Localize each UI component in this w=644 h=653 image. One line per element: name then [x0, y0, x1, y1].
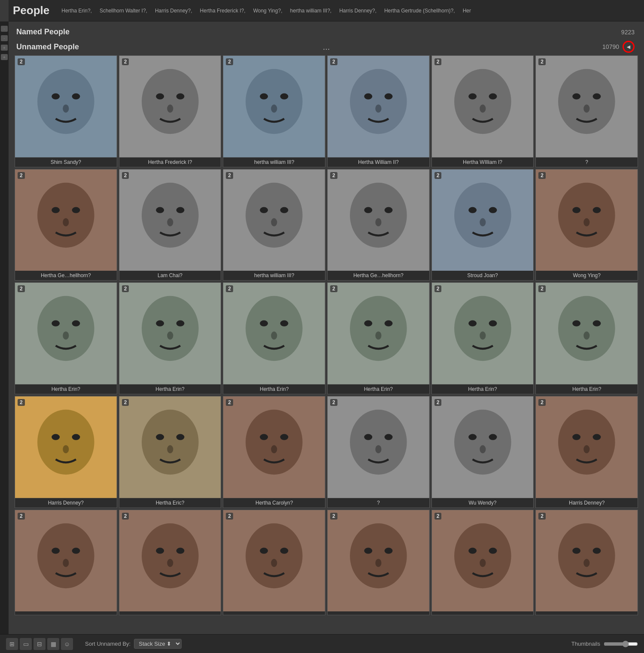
tab-item-2[interactable]: Harris Denney?,	[152, 8, 196, 14]
face-card-r4c4[interactable]: 2?	[327, 396, 430, 508]
sidebar-btn-plus[interactable]: +	[1, 45, 8, 51]
face-card-r5c3[interactable]: 2	[223, 510, 325, 616]
face-card-r4c2[interactable]: 2Hertha Eric?	[119, 396, 222, 508]
face-card-r5c2[interactable]: 2	[119, 510, 222, 616]
face-label-r1c1: Shim Sandy?	[15, 157, 117, 167]
face-card-r4c3[interactable]: 2Hertha Carolyn?	[223, 396, 325, 508]
filmstrip-view-icon[interactable]: ▭	[20, 638, 32, 650]
svg-point-49	[375, 218, 381, 226]
svg-point-67	[156, 320, 164, 326]
stack-badge-r5c4: 2	[330, 513, 337, 520]
tab-item-1[interactable]: Schellhorn Walter I?,	[96, 8, 151, 14]
svg-point-1	[37, 69, 94, 134]
face-card-r1c5[interactable]: 2Hertha WIlliam I?	[431, 55, 534, 167]
svg-point-124	[63, 559, 69, 567]
face-card-r2c1[interactable]: 2Hertha Ge…hellhorn?	[15, 169, 117, 281]
face-card-r5c5[interactable]: 2	[431, 510, 534, 616]
face-svg-r2c6	[536, 169, 638, 271]
face-label-r4c6: Harris Denney?	[536, 498, 638, 508]
face-card-r4c5[interactable]: 2Wu Wendy?	[431, 396, 534, 508]
stack-badge-r3c4: 2	[330, 285, 337, 292]
face-card-r3c4[interactable]: 2Hertha Erin?	[327, 282, 430, 394]
survey-view-icon[interactable]: ▦	[47, 638, 59, 650]
svg-point-119	[584, 445, 590, 453]
face-card-r5c4[interactable]: 2	[327, 510, 430, 616]
top-bar-tabs: Hertha Erin?,Schellhorn Walter I?,Harris…	[58, 8, 644, 14]
face-card-r1c1[interactable]: 2Shim Sandy?	[15, 55, 117, 167]
face-card-r3c5[interactable]: 2Hertha Erin?	[431, 282, 534, 394]
face-card-r3c6[interactable]: 2Hertha Erin?	[535, 282, 638, 394]
svg-point-78	[385, 320, 393, 326]
svg-point-116	[558, 410, 615, 475]
face-image-r1c3: 2	[223, 56, 325, 157]
svg-point-104	[271, 445, 277, 453]
svg-point-36	[142, 182, 199, 247]
svg-point-74	[271, 332, 277, 340]
face-card-r3c2[interactable]: 2Hertha Erin?	[119, 282, 222, 394]
face-svg-r1c2	[119, 56, 221, 157]
face-svg-r2c2	[119, 169, 221, 271]
tab-item-7[interactable]: Hertha Gertrude (Schellhorn)?,	[381, 8, 459, 14]
svg-point-4	[63, 105, 69, 113]
face-image-r4c1: 2	[15, 396, 117, 498]
face-image-r3c2: 2	[119, 283, 221, 384]
face-label-r1c3: hertha william III?	[223, 157, 325, 167]
face-card-r1c2[interactable]: 2Hertha Frederick I?	[119, 55, 222, 167]
face-card-r3c1[interactable]: 2Hertha Erin?	[15, 282, 117, 394]
compare-view-icon[interactable]: ⊟	[33, 638, 46, 650]
sidebar-btn-plus2[interactable]: +	[1, 54, 8, 60]
svg-point-118	[593, 434, 601, 440]
face-card-r1c6[interactable]: 2?	[535, 55, 638, 167]
sidebar-btn-1[interactable]: ·	[1, 35, 8, 41]
face-card-r1c4[interactable]: 2Hertha William II?	[327, 55, 430, 167]
face-label-r5c4	[328, 611, 429, 615]
thumbnail-size-slider[interactable]	[604, 641, 638, 647]
stack-badge-r2c4: 2	[330, 172, 337, 179]
face-card-r4c6[interactable]: 2Harris Denney?	[535, 396, 638, 508]
tab-item-5[interactable]: hertha william III?,	[286, 8, 335, 14]
svg-point-86	[558, 296, 615, 361]
face-svg-r3c3	[223, 283, 325, 384]
tab-item-8[interactable]: Her	[459, 8, 474, 14]
face-image-r5c6: 2	[536, 510, 638, 612]
people-view-icon[interactable]: ☺	[61, 638, 73, 650]
svg-point-106	[350, 410, 407, 475]
tab-item-4[interactable]: Wong Ying?,	[250, 8, 286, 14]
svg-point-9	[167, 105, 173, 113]
face-card-r2c2[interactable]: 2Lam Chai?	[119, 169, 222, 281]
face-card-r1c3[interactable]: 2hertha william III?	[223, 55, 325, 167]
face-card-r4c1[interactable]: 2Harris Denney?	[15, 396, 117, 508]
face-card-r5c6[interactable]: 2	[535, 510, 638, 616]
face-card-r5c1[interactable]: 2	[15, 510, 117, 616]
tab-item-6[interactable]: Harris Denney?,	[336, 8, 380, 14]
face-label-r4c1: Harris Denney?	[15, 498, 117, 508]
svg-point-61	[37, 296, 94, 361]
face-label-r5c5	[432, 611, 534, 615]
svg-point-58	[593, 207, 601, 213]
unnamed-count-number: 10790	[602, 43, 619, 50]
svg-point-137	[364, 547, 372, 553]
face-card-r2c5[interactable]: 2Stroud Joan?	[431, 169, 534, 281]
svg-point-136	[350, 523, 407, 588]
face-card-r2c3[interactable]: 2hertha william III?	[223, 169, 325, 281]
tab-item-0[interactable]: Hertha Erin?,	[58, 8, 95, 14]
sidebar-btn-0[interactable]: ·	[1, 26, 8, 32]
svg-point-87	[573, 320, 581, 326]
svg-point-54	[480, 218, 486, 226]
face-card-r3c3[interactable]: 2Hertha Erin?	[223, 282, 325, 394]
face-label-r2c6: Wong Ying?	[536, 271, 638, 280]
face-card-r2c4[interactable]: 2Hertha Ge…hellhorn?	[327, 169, 430, 281]
face-label-r1c2: Hertha Frederick I?	[119, 157, 221, 167]
face-svg-r4c6	[536, 396, 638, 498]
grid-view-icon[interactable]: ⊞	[6, 638, 18, 650]
svg-point-139	[375, 559, 381, 567]
stack-badge-r2c3: 2	[226, 172, 233, 179]
sort-select[interactable]: Stack Size ⬍ Name Date	[134, 639, 182, 649]
svg-point-132	[260, 547, 268, 553]
face-image-r2c3: 2	[223, 169, 325, 271]
tab-item-3[interactable]: Hertha Frederick I?,	[197, 8, 249, 14]
svg-point-91	[37, 410, 94, 475]
face-label-r3c5: Hertha Erin?	[432, 384, 534, 394]
svg-point-32	[52, 207, 60, 213]
face-card-r2c6[interactable]: 2Wong Ying?	[535, 169, 638, 281]
